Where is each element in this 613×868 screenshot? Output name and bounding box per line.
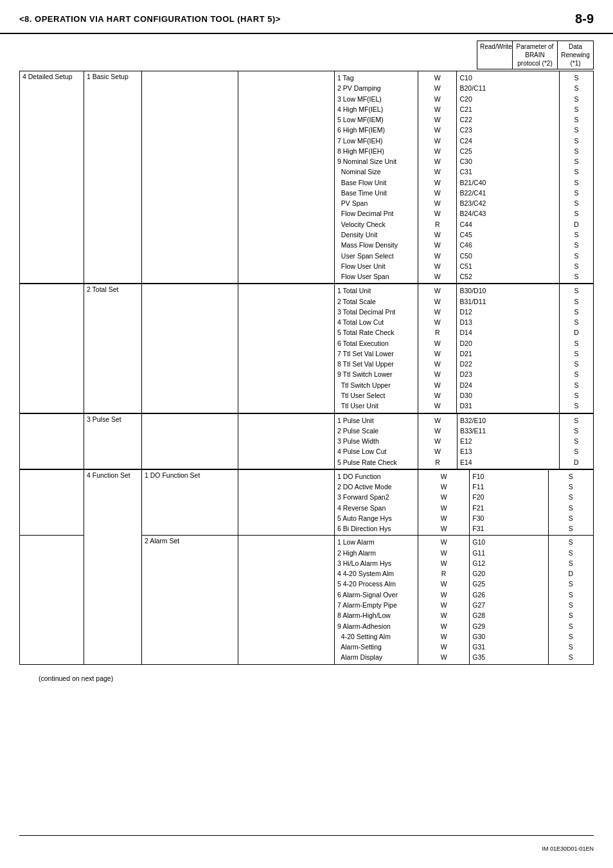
data-do: SSSSSS <box>548 469 593 536</box>
rw-alarm: WWWRW WWWWW WW <box>418 536 470 664</box>
config-table: 4 Detailed Setup 1 Basic Setup 1 Tag 2 P… <box>19 71 594 284</box>
rw-total: WWWWR WWWWW WW <box>418 284 457 413</box>
param-total: B30/D10B31/D11D12D13D14 D20D21D22D23D24 … <box>457 284 559 413</box>
level1-cell: 4 Detailed Setup <box>20 71 84 284</box>
data-alarm: SSSDS SSSSS SS <box>548 536 593 664</box>
level1-empty <box>20 413 84 469</box>
level1-empty2 <box>20 536 84 664</box>
continued-text: (continued on next page) <box>19 665 594 692</box>
data-cell: SSSSS SSSSS SSSSD SSSSS <box>559 71 593 284</box>
level2-function: 4 Function Set <box>84 469 142 664</box>
level4-empty <box>238 536 335 664</box>
level1-empty <box>20 284 84 413</box>
page-header: <8. OPERATION VIA HART CONFIGURATION TOO… <box>0 0 613 34</box>
level4-empty <box>238 413 335 469</box>
data-total: SSSSD SSSSS SS <box>559 284 593 413</box>
table-column-headers: Read/Write Parameter of BRAIN protocol (… <box>19 41 594 69</box>
items-alarm: 1 Low Alarm 2 High Alarm 3 Hi/Lo Alarm H… <box>335 536 418 664</box>
param-do: F10F11F20F21F30F31 <box>470 469 548 536</box>
config-table-function: 4 Function Set 1 DO Function Set 1 DO Fu… <box>19 469 594 665</box>
level4-cell <box>238 71 335 284</box>
level4-empty <box>238 469 335 536</box>
level1-empty <box>20 469 84 536</box>
main-content: Read/Write Parameter of BRAIN protocol (… <box>0 41 613 692</box>
table-row: 3 Pulse Set 1 Pulse Unit 2 Pulse Scale 3… <box>20 413 594 469</box>
rw-pulse: WWWWR <box>418 413 458 469</box>
page-title: <8. OPERATION VIA HART CONFIGURATION TOO… <box>19 14 281 24</box>
col-header-param: Parameter of BRAIN protocol (*2) <box>513 41 558 69</box>
level3-do: 1 DO Function Set <box>142 469 238 536</box>
col-header-rw: Read/Write <box>477 41 513 69</box>
col-header-data: Data Renewing (*1) <box>558 41 593 69</box>
level3-alarm: 2 Alarm Set <box>142 536 238 664</box>
rw-cell: WWWWW WWWWW WWWWR WWWWW <box>418 71 457 284</box>
table-row: 2 Total Set 1 Total Unit 2 Total Scale 3… <box>20 284 594 413</box>
level4-empty <box>238 284 335 413</box>
level3-empty <box>142 413 238 469</box>
level2-total: 2 Total Set <box>84 284 142 413</box>
level3-empty <box>142 284 238 413</box>
level2-pulse: 3 Pulse Set <box>84 413 142 469</box>
table-row: 4 Detailed Setup 1 Basic Setup 1 Tag 2 P… <box>20 71 594 284</box>
rw-do: WWWWWW <box>418 469 470 536</box>
level2-cell-basic: 1 Basic Setup <box>84 71 142 284</box>
page-number: 8-9 <box>575 12 594 26</box>
level3-cell <box>142 71 238 284</box>
items-total: 1 Total Unit 2 Total Scale 3 Total Decim… <box>335 284 418 413</box>
config-table-total: 2 Total Set 1 Total Unit 2 Total Scale 3… <box>19 284 594 413</box>
items-do: 1 DO Function 2 DO Active Mode 3 Forward… <box>335 469 418 536</box>
param-cell: C10B20/C11C20C21C22 C23C24C25C30C31 B21/… <box>457 71 559 284</box>
param-alarm: G10G11G12G20G25 G26G27G28G29G30 G31G35 <box>470 536 548 664</box>
param-pulse: B32/E10B33/E11E12E13E14 <box>457 413 559 469</box>
items-pulse: 1 Pulse Unit 2 Pulse Scale 3 Pulse Width… <box>335 413 418 469</box>
config-table-pulse: 3 Pulse Set 1 Pulse Unit 2 Pulse Scale 3… <box>19 413 594 469</box>
data-pulse: SSSSD <box>559 413 593 469</box>
items-cell: 1 Tag 2 PV Damping 3 Low MF(IEL) 4 High … <box>335 71 418 284</box>
bottom-border <box>19 835 594 836</box>
table-row: 4 Function Set 1 DO Function Set 1 DO Fu… <box>20 469 594 536</box>
doc-id: IM 01E30D01-01EN <box>542 845 594 852</box>
